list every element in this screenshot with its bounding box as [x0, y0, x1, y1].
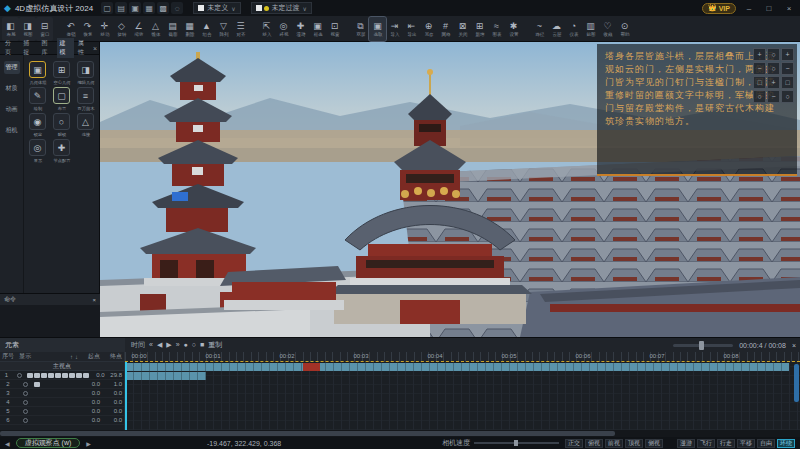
mode-button-漫游[interactable]: 漫游	[677, 439, 695, 448]
table-row[interactable]: 10.029.8	[0, 371, 124, 380]
animation-bar-main[interactable]	[125, 363, 789, 371]
row-visibility-toggle[interactable]	[13, 373, 27, 378]
ribbon-button[interactable]: ◎环视	[275, 17, 292, 41]
view-button-正交[interactable]: 正交	[565, 439, 583, 448]
tool-button[interactable]: △连接	[75, 113, 96, 137]
timeline-rows[interactable]	[125, 362, 800, 430]
ribbon-button[interactable]: ▲组合	[198, 17, 215, 41]
ribbon-button[interactable]: ◨视图	[19, 17, 36, 41]
view-button-俯视[interactable]: 俯视	[585, 439, 603, 448]
viewport-3d[interactable]: 塔身各层皆施斗栱，层层相叠而上，远观如云的门，左侧是实榻大门，两侧的门皆为罕见的…	[100, 42, 800, 337]
keyframe-chip[interactable]	[27, 373, 33, 378]
vertical-scrollbar[interactable]	[794, 364, 799, 402]
nav-pad-button[interactable]: +	[767, 76, 780, 89]
ribbon-button[interactable]: ⊙帮助	[616, 17, 633, 41]
tool-button[interactable]: ✎绘制	[27, 87, 48, 111]
ribbon-button[interactable]: ⊠关闭	[454, 17, 471, 41]
keyframe-chip[interactable]	[62, 373, 68, 378]
new-file-icon[interactable]: ▢	[101, 2, 113, 14]
row-visibility-toggle[interactable]	[16, 418, 34, 423]
row-visibility-toggle[interactable]	[16, 409, 34, 414]
command-panel-close-icon[interactable]: ×	[92, 297, 96, 303]
ribbon-button[interactable]: ≈图表	[488, 17, 505, 41]
play-icon[interactable]: ▶	[166, 341, 171, 349]
nav-pad-button[interactable]: ○	[767, 48, 780, 61]
vip-badge[interactable]: 👑VIP	[702, 3, 736, 14]
ribbon-button[interactable]: ▣选取	[369, 17, 386, 41]
ribbon-button[interactable]: ▦删除	[181, 17, 198, 41]
ribbon-button[interactable]: ∠缩放	[130, 17, 147, 41]
keyframe-chip[interactable]	[48, 373, 54, 378]
keyframe-chip[interactable]	[34, 382, 40, 387]
playhead[interactable]	[125, 362, 127, 430]
ribbon-button[interactable]: ▣框选	[309, 17, 326, 41]
camera-speed-slider[interactable]	[474, 442, 559, 444]
maximize-button[interactable]: □	[762, 4, 776, 13]
row-visibility-toggle[interactable]	[16, 391, 34, 396]
table-row[interactable]: 30.00.0	[0, 389, 124, 398]
go-end-icon[interactable]: »	[176, 341, 180, 349]
keyframe-chip[interactable]	[76, 373, 82, 378]
view-button-前视[interactable]: 前视	[605, 439, 623, 448]
view-button-侧视[interactable]: 侧视	[645, 439, 663, 448]
stop-icon[interactable]: ■	[200, 341, 204, 349]
style-combo[interactable]: 未定义 ∨	[193, 2, 240, 14]
timeline-close-icon[interactable]: ×	[792, 342, 796, 349]
row-visibility-toggle[interactable]	[16, 382, 34, 387]
ribbon-button[interactable]: ~路径	[531, 17, 548, 41]
mode-button-环绕[interactable]: 环绕	[777, 439, 795, 448]
ribbon-button[interactable]: ♡收藏	[599, 17, 616, 41]
mode-button-行走[interactable]: 行走	[717, 439, 735, 448]
ribbon-button[interactable]: ↷恢复	[79, 17, 96, 41]
move-down-icon[interactable]: ↓	[75, 354, 78, 360]
keyframe-chip[interactable]	[34, 373, 40, 378]
table-row[interactable]: 40.00.0	[0, 398, 124, 407]
ribbon-button[interactable]: ✛移动	[96, 17, 113, 41]
horizontal-scrollbar[interactable]	[0, 430, 800, 437]
timeline-track-area[interactable]: 00:0000:0100:0200:0300:0400:0500:0600:07…	[125, 352, 800, 430]
nav-pad-button[interactable]: □	[781, 76, 794, 89]
ribbon-button[interactable]: △锥体	[147, 17, 164, 41]
nav-pad-button[interactable]: +	[781, 48, 794, 61]
ribbon-button[interactable]: ✚漫游	[292, 17, 309, 41]
command-log[interactable]	[0, 305, 100, 338]
timeline-zoom-slider[interactable]	[673, 344, 733, 347]
sidebar-item-动画[interactable]: 动画	[4, 103, 20, 116]
tool-button[interactable]: ◎显示	[27, 139, 48, 163]
ribbon-button[interactable]: ▤截面	[164, 17, 181, 41]
tool-button[interactable]: ⊞空心几何	[51, 61, 72, 85]
sidebar-item-管理[interactable]: 管理	[4, 61, 20, 74]
sidebar-item-材质[interactable]: 材质	[4, 82, 20, 95]
transition-combo[interactable]: 未定过渡 ∨	[251, 2, 312, 14]
tool-button[interactable]: ✚节点配置	[51, 139, 72, 163]
tool-button[interactable]: ▣几何体组	[27, 61, 48, 85]
ribbon-button[interactable]: ⇱移入	[258, 17, 275, 41]
nav-pad-button[interactable]: +	[753, 48, 766, 61]
save-as-icon[interactable]: ▦	[143, 2, 155, 14]
keyframe-chip[interactable]	[41, 373, 47, 378]
ribbon-button[interactable]: ⊞新增	[471, 17, 488, 41]
animation-bar-red-segment[interactable]	[303, 363, 320, 371]
scrollbar-thumb[interactable]	[0, 431, 615, 436]
ribbon-button[interactable]: ⊟窗口	[36, 17, 53, 41]
ribbon-button[interactable]: ▽阵列	[215, 17, 232, 41]
tool-button[interactable]: ≡百万苗木	[75, 87, 96, 111]
open-file-icon[interactable]: ▤	[115, 2, 127, 14]
row-visibility-toggle[interactable]	[16, 400, 34, 405]
sidebar-close-icon[interactable]: ×	[93, 45, 97, 52]
ribbon-button[interactable]: ⊡视窗	[326, 17, 343, 41]
mode-button-飞行[interactable]: 飞行	[697, 439, 715, 448]
save-file-icon[interactable]: ▣	[129, 2, 141, 14]
observer-pill[interactable]: 虚拟观察点 (w)	[16, 438, 81, 448]
ribbon-button[interactable]: ◇旋转	[113, 17, 130, 41]
nav-pad-button[interactable]: ○	[767, 62, 780, 75]
tool-button[interactable]: ◉锁定	[27, 113, 48, 137]
tool-button[interactable]: ◨编辑几何	[75, 61, 96, 85]
table-row[interactable]: 20.01.0	[0, 380, 124, 389]
animation-bar-secondary[interactable]	[125, 372, 206, 380]
ribbon-button[interactable]: ⇤导出	[403, 17, 420, 41]
nav-pad-button[interactable]: −	[781, 62, 794, 75]
record-icon[interactable]: ●	[184, 341, 188, 349]
tool-button[interactable]: ○解锁	[51, 113, 72, 137]
ribbon-button[interactable]: ◔仪表	[565, 17, 582, 41]
